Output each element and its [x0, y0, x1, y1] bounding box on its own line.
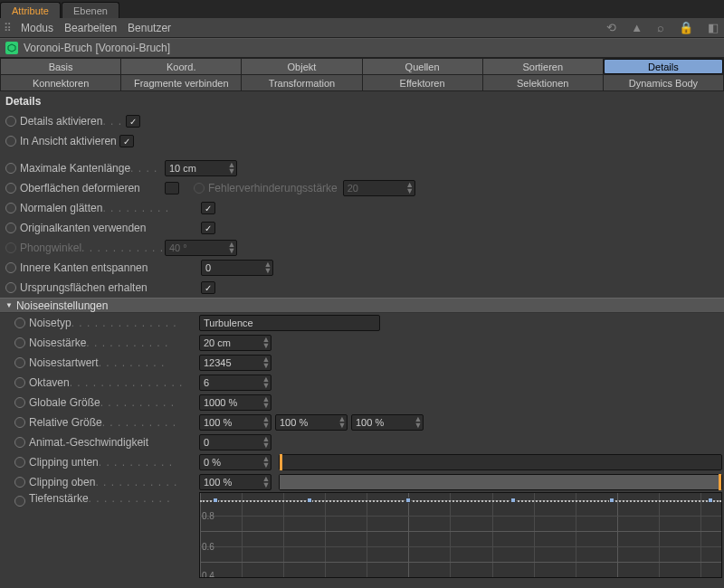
select-noisetyp[interactable]: Turbulence — [199, 315, 380, 331]
new-window-icon[interactable]: ◧ — [706, 21, 720, 34]
chk-ober-deform[interactable]: ✓ — [165, 182, 179, 194]
chk-details-aktivieren[interactable]: ✓ — [126, 115, 140, 128]
spline-point[interactable] — [708, 498, 713, 503]
anim-dot[interactable] — [5, 282, 16, 293]
anim-dot[interactable] — [14, 377, 25, 388]
lbl-tiefenstaerke: Tiefenstärke — [29, 492, 89, 505]
menu-modus[interactable]: Modus — [21, 22, 53, 34]
spline-point[interactable] — [213, 498, 218, 503]
lbl-noisestaerke: Noisestärke — [29, 337, 86, 349]
chk-ursprung[interactable]: ✓ — [201, 281, 215, 294]
tab-details[interactable]: Details — [604, 59, 723, 74]
chk-in-ansicht[interactable]: ✓ — [119, 135, 134, 147]
menu-benutzer[interactable]: Benutzer — [128, 22, 171, 34]
spline-graph[interactable]: 0.8 0.6 0.4 — [199, 492, 722, 578]
input-anim-geschw[interactable]: ▲▼ — [199, 434, 272, 450]
tab-koord[interactable]: Koord. — [121, 59, 241, 74]
attribute-tabs: Basis Koord. Objekt Quellen Sortieren De… — [0, 58, 724, 91]
tab-fragmente[interactable]: Fragmente verbinden — [121, 75, 241, 90]
disclosure-icon: ▼ — [5, 301, 13, 309]
spline-point[interactable] — [510, 498, 516, 503]
anim-dot[interactable] — [5, 136, 16, 147]
anim-dot[interactable] — [14, 417, 25, 428]
input-rel-z[interactable]: ▲▼ — [351, 414, 424, 431]
tab-basis[interactable]: Basis — [1, 59, 120, 74]
anim-dot — [194, 183, 205, 194]
lbl-noisetyp: Noisetyp — [29, 317, 71, 329]
anim-dot[interactable] — [5, 262, 16, 273]
lbl-anim-geschw: Animat.-Geschwindigkeit — [29, 436, 148, 449]
tab-sortieren[interactable]: Sortieren — [483, 59, 603, 74]
voronoi-icon — [5, 42, 18, 54]
spline-point[interactable] — [307, 498, 312, 503]
input-rel-x[interactable]: ▲▼ — [199, 414, 272, 431]
graph-ylabel: 0.6 — [202, 542, 214, 552]
slider-clip-unten[interactable] — [279, 454, 722, 470]
anim-dot[interactable] — [5, 223, 16, 233]
chk-originalkanten[interactable]: ✓ — [201, 222, 215, 234]
input-noisestaerke[interactable]: ▲▼ — [199, 335, 272, 351]
lock-icon[interactable]: 🔒 — [677, 21, 695, 34]
lbl-globale-groesse: Globale Größe — [29, 396, 100, 409]
lbl-details-aktivieren: Details aktivieren — [20, 115, 102, 128]
input-rel-y[interactable]: ▲▼ — [275, 414, 348, 431]
input-clip-unten[interactable]: ▲▼ — [199, 454, 272, 470]
lbl-innere-kanten: Innere Kanten entspannen — [20, 261, 148, 274]
noise-subheader[interactable]: ▼Noiseeinstellungen — [0, 298, 724, 313]
graph-ylabel: 0.8 — [202, 511, 214, 521]
lbl-clip-unten: Clipping unten — [29, 456, 99, 469]
menu-bearbeiten[interactable]: Bearbeiten — [64, 22, 117, 34]
input-noisestart[interactable]: ▲▼ — [199, 355, 272, 371]
lbl-oktaven: Oktaven — [29, 376, 70, 389]
anim-dot[interactable] — [14, 357, 25, 368]
lbl-noisestart: Noisestartwert — [29, 356, 99, 369]
grip-icon[interactable]: ⠿ — [4, 22, 10, 34]
attribute-menubar: ⠿ Modus Bearbeiten Benutzer ⟲ ▲ ⌕ 🔒 ◧ — [0, 18, 724, 38]
anim-dot[interactable] — [14, 457, 25, 468]
anim-dot[interactable] — [5, 183, 16, 194]
lbl-ober-deform: Oberflächen deformieren — [20, 182, 140, 194]
object-name: Voronoi-Bruch [Voronoi-Bruch] — [24, 42, 170, 54]
tab-attribute[interactable]: Attribute — [0, 2, 61, 18]
anim-dot[interactable] — [14, 318, 25, 328]
anim-dot[interactable] — [5, 163, 16, 174]
input-globale-groesse[interactable]: ▲▼ — [199, 394, 272, 411]
lbl-phong: Phongwinkel — [20, 242, 81, 254]
lbl-max-kanten: Maximale Kantenlänge — [20, 162, 130, 175]
tab-objekt[interactable]: Objekt — [242, 59, 361, 74]
history-icon[interactable]: ⟲ — [605, 21, 618, 34]
chk-normalen[interactable]: ✓ — [201, 202, 215, 214]
lbl-relative-groesse: Relative Größe — [29, 416, 102, 429]
lbl-in-ansicht: In Ansicht aktivieren — [20, 135, 117, 147]
anim-dot[interactable] — [14, 397, 25, 408]
tab-transformation[interactable]: Transformation — [242, 75, 361, 90]
tab-dynamics[interactable]: Dynamics Body — [604, 75, 723, 90]
input-oktaven[interactable]: ▲▼ — [199, 375, 272, 391]
anim-dot[interactable] — [5, 116, 16, 127]
slider-clip-oben[interactable] — [279, 474, 722, 490]
input-max-kanten[interactable]: ▲▼ — [165, 160, 237, 176]
lbl-normalen: Normalen glätten — [20, 202, 102, 214]
anim-dot[interactable] — [14, 337, 25, 348]
tab-ebenen[interactable]: Ebenen — [62, 2, 119, 18]
tab-konnektoren[interactable]: Konnektoren — [1, 75, 120, 90]
lbl-originalkanten: Originalkanten verwenden — [20, 222, 146, 234]
spline-point[interactable] — [609, 498, 614, 503]
object-header: Voronoi-Bruch [Voronoi-Bruch] — [0, 38, 724, 58]
anim-dot[interactable] — [14, 437, 25, 448]
graph-ylabel: 0.4 — [202, 571, 214, 578]
tab-quellen[interactable]: Quellen — [363, 59, 482, 74]
anim-dot[interactable] — [14, 496, 25, 507]
section-title: Details — [0, 91, 724, 109]
lbl-ursprung: Ursprungsflächen erhalten — [20, 281, 148, 294]
up-arrow-icon[interactable]: ▲ — [629, 21, 644, 34]
spline-point[interactable] — [405, 498, 411, 503]
tab-effektoren[interactable]: Effektoren — [363, 75, 482, 90]
anim-dot[interactable] — [5, 203, 16, 213]
spline-line — [200, 500, 721, 502]
anim-dot[interactable] — [14, 477, 25, 488]
input-clip-oben[interactable]: ▲▼ — [199, 474, 272, 490]
tab-selektionen[interactable]: Selektionen — [483, 75, 603, 90]
input-innere-kanten[interactable]: ▲▼ — [201, 260, 273, 276]
search-icon[interactable]: ⌕ — [655, 21, 666, 34]
